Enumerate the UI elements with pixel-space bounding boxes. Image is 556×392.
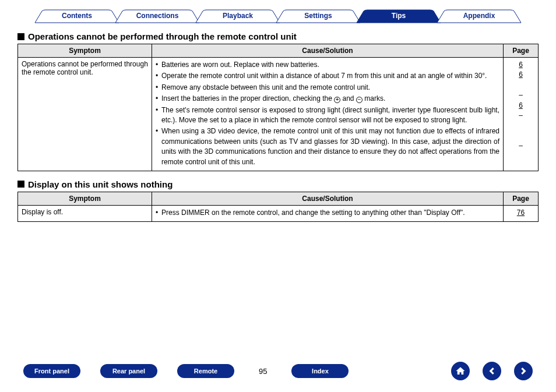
tab-playback[interactable]: Playback — [195, 9, 281, 23]
tab-label: Contents — [62, 12, 92, 20]
square-bullet-icon — [17, 181, 24, 188]
section-title: Display on this unit shows nothing — [28, 179, 173, 189]
section-title: Operations cannot be performed through t… — [28, 31, 297, 41]
next-page-button[interactable] — [514, 362, 533, 380]
section-heading-remote: Operations cannot be performed through t… — [17, 31, 539, 41]
arrow-left-icon — [487, 366, 497, 376]
tab-appendix[interactable]: Appendix — [436, 9, 522, 23]
minus-mark-icon: − — [356, 97, 363, 103]
troubleshoot-table-display: Symptom Cause/Solution Page Display is o… — [17, 192, 539, 222]
cell-cause: Batteries are worn out. Replace with new… — [152, 58, 504, 171]
bottom-bar: Front panel Rear panel Remote 95 Index — [0, 362, 556, 380]
page-link[interactable]: 6 — [519, 101, 523, 110]
tab-connections[interactable]: Connections — [114, 9, 200, 23]
remote-button[interactable]: Remote — [177, 364, 234, 378]
table-header-row: Symptom Cause/Solution Page — [18, 44, 539, 58]
table-row: Display is off. Press DIMMER on the remo… — [18, 205, 539, 221]
page-number: 95 — [259, 367, 267, 376]
cell-cause: Press DIMMER on the remote control, and … — [152, 205, 504, 221]
col-page: Page — [504, 44, 539, 58]
rear-panel-button[interactable]: Rear panel — [100, 364, 157, 378]
home-button[interactable] — [451, 362, 470, 380]
arrow-right-icon — [518, 366, 529, 376]
cause-item: Insert the batteries in the proper direc… — [156, 94, 499, 104]
page-dash: – — [507, 90, 534, 100]
table-row: Operations cannot be performed through t… — [18, 58, 539, 171]
tab-label: Tips — [392, 12, 406, 20]
cause-item: Batteries are worn out. Replace with new… — [156, 60, 499, 70]
square-bullet-icon — [17, 33, 24, 40]
cause-item: Press DIMMER on the remote control, and … — [156, 208, 499, 218]
tab-label: Playback — [223, 12, 253, 20]
section-heading-display: Display on this unit shows nothing — [17, 179, 539, 189]
plus-mark-icon: + — [334, 97, 340, 103]
cause-item: Operate the remote control unit within a… — [156, 71, 499, 81]
cell-symptom: Display is off. — [18, 205, 152, 221]
page-link[interactable]: 76 — [517, 209, 525, 217]
col-symptom: Symptom — [18, 192, 152, 205]
tab-label: Settings — [304, 12, 332, 20]
col-cause: Cause/Solution — [152, 44, 504, 58]
page-link[interactable]: 6 — [519, 61, 523, 69]
col-cause: Cause/Solution — [152, 192, 504, 205]
tab-contents[interactable]: Contents — [34, 9, 120, 23]
page-dash: – — [507, 111, 534, 121]
home-icon — [455, 366, 466, 376]
top-tabs: Contents Connections Playback Settings T… — [17, 9, 539, 23]
cause-item: When using a 3D video device, the remote… — [156, 126, 499, 167]
cell-page: 6 6 – 6 – – — [504, 58, 539, 171]
col-page: Page — [504, 192, 539, 205]
page-dash: – — [507, 141, 534, 151]
table-header-row: Symptom Cause/Solution Page — [18, 192, 539, 205]
index-button[interactable]: Index — [291, 364, 349, 378]
cell-symptom: Operations cannot be performed through t… — [18, 58, 152, 171]
cause-item: Remove any obstacle between this unit an… — [156, 83, 499, 93]
tab-label: Appendix — [463, 12, 495, 20]
col-symptom: Symptom — [18, 44, 152, 58]
troubleshoot-table-remote: Symptom Cause/Solution Page Operations c… — [17, 44, 539, 171]
page-link[interactable]: 6 — [519, 70, 523, 79]
front-panel-button[interactable]: Front panel — [23, 364, 80, 378]
cause-item: The set's remote control sensor is expos… — [156, 105, 499, 126]
tab-tips[interactable]: Tips — [356, 9, 442, 23]
cell-page: 76 — [504, 205, 539, 221]
tab-label: Connections — [136, 12, 179, 20]
prev-page-button[interactable] — [483, 362, 501, 380]
tab-settings[interactable]: Settings — [275, 9, 361, 23]
